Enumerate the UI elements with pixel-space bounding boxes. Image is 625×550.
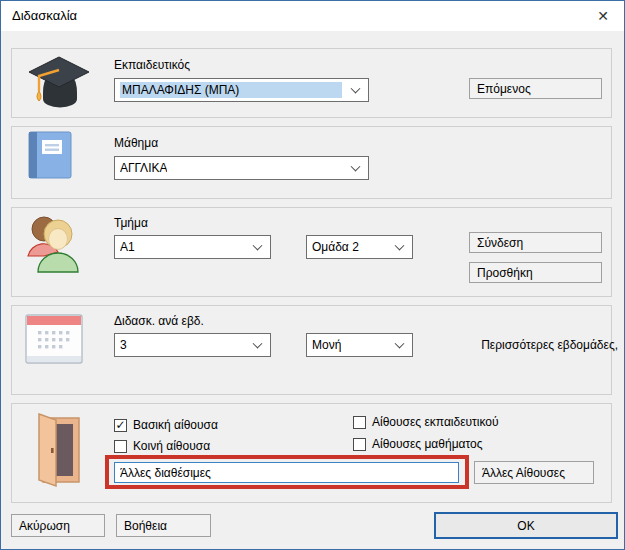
- teacher-combobox[interactable]: ΜΠΑΛΑΦΙΔΗΣ (ΜΠΑ): [114, 78, 369, 102]
- checkbox-shared-room-label: Κοινή αίθουσα: [133, 439, 210, 453]
- help-button[interactable]: Βοήθεια: [116, 514, 211, 537]
- cancel-button[interactable]: Ακύρωση: [11, 514, 105, 537]
- more-weeks-link[interactable]: Περισσότερες εβδομάδες,: [481, 338, 618, 352]
- subject-combobox[interactable]: ΑΓΓΛΙΚΑ: [114, 156, 369, 180]
- checkbox-teacher-rooms-label: Αίθουσες εκπαιδευτικού: [372, 415, 499, 429]
- titlebar: Διδασκαλία ✕: [1, 1, 624, 31]
- periods-combobox-value: 3: [120, 338, 127, 352]
- chevron-down-icon: [253, 339, 263, 349]
- dialog-title: Διδασκαλία: [12, 1, 77, 31]
- chevron-down-icon: [253, 241, 263, 251]
- checkbox-main-room-label: Βασική αίθουσα: [133, 418, 218, 432]
- join-classes-button[interactable]: Σύνδεση: [469, 232, 602, 253]
- close-icon[interactable]: ✕: [586, 1, 620, 31]
- students-icon: [21, 212, 83, 276]
- checkbox-unchecked-icon: [114, 440, 127, 453]
- checkbox-shared-room[interactable]: Κοινή αίθουσα: [114, 439, 210, 453]
- periods-combobox[interactable]: 3: [114, 333, 271, 357]
- teaching-dialog: Διδασκαλία ✕ Εκπαιδευτικός ΜΠΑΛΑΦΙΔΗΣ (Μ…: [0, 0, 625, 550]
- other-rooms-button[interactable]: Άλλες Αίθουσες: [474, 461, 594, 484]
- door-icon: [29, 411, 83, 491]
- chevron-down-icon: [351, 84, 361, 94]
- checkbox-main-room[interactable]: ✓ Βασική αίθουσα: [114, 418, 218, 432]
- graduation-cap-icon: [25, 53, 93, 111]
- checkbox-checked-icon: ✓: [114, 419, 127, 432]
- class-combobox-value: A1: [120, 240, 135, 254]
- periods-label: Διδασκ. ανά εβδ.: [114, 314, 204, 328]
- chevron-down-icon: [395, 339, 405, 349]
- ok-button[interactable]: OK: [434, 512, 618, 539]
- subject-label: Μάθημα: [114, 136, 158, 150]
- rooms-section: [11, 403, 612, 503]
- group-combobox-value: Ομάδα 2: [312, 240, 359, 254]
- book-icon: [28, 131, 72, 179]
- checkbox-teacher-rooms[interactable]: Αίθουσες εκπαιδευτικού: [353, 415, 499, 429]
- checkbox-subject-rooms[interactable]: Αίθουσες μαθήματος: [353, 437, 483, 451]
- subject-combobox-value: ΑΓΓΛΙΚΑ: [120, 161, 167, 175]
- add-class-button[interactable]: Προσθήκη: [469, 262, 602, 283]
- week-type-combobox-value: Μονή: [312, 338, 341, 352]
- checkbox-subject-rooms-label: Αίθουσες μαθήματος: [372, 437, 483, 451]
- teacher-label: Εκπαιδευτικός: [114, 58, 190, 72]
- other-available-rooms-input[interactable]: [114, 462, 459, 483]
- class-combobox[interactable]: A1: [114, 235, 271, 259]
- class-label: Τμήμα: [114, 216, 148, 230]
- checkbox-unchecked-icon: [353, 416, 366, 429]
- checkbox-unchecked-icon: [353, 438, 366, 451]
- chevron-down-icon: [351, 162, 361, 172]
- calendar-icon: [25, 314, 83, 364]
- week-type-combobox[interactable]: Μονή: [306, 333, 413, 357]
- next-teacher-button[interactable]: Επόμενος: [469, 78, 602, 99]
- teacher-combobox-value: ΜΠΑΛΑΦΙΔΗΣ (ΜΠΑ): [120, 82, 342, 98]
- group-combobox[interactable]: Ομάδα 2: [306, 235, 413, 259]
- chevron-down-icon: [395, 241, 405, 251]
